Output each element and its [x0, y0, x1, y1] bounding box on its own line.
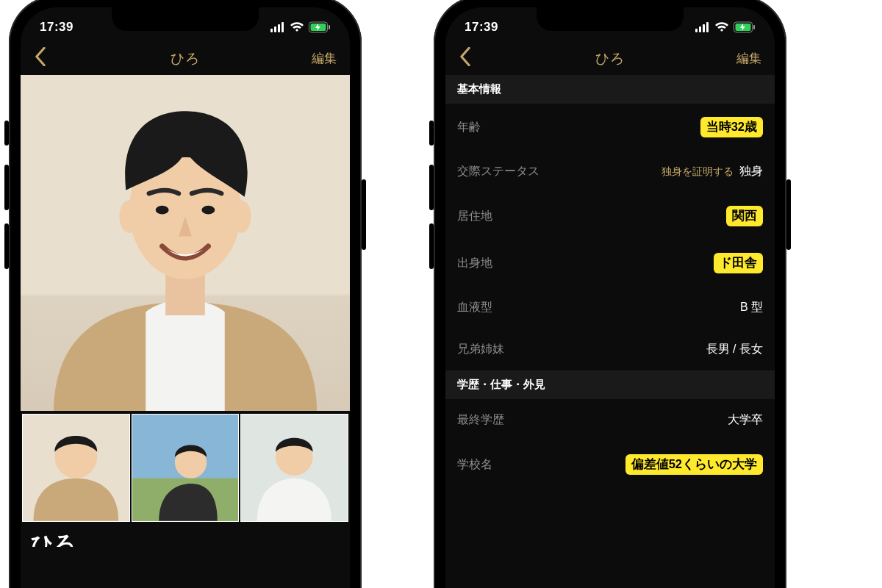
svg-rect-1: [274, 26, 276, 32]
phone-power-btn: [786, 179, 791, 250]
screen-right: 17:39: [445, 7, 775, 588]
row-relationship-status[interactable]: 交際ステータス 独身を証明する 独身: [445, 151, 775, 193]
row-value: 独身: [739, 164, 763, 179]
row-label: 兄弟姉妹: [457, 342, 504, 357]
phone-mockup-left: 17:39: [9, 0, 362, 588]
edit-button[interactable]: 編集: [736, 50, 761, 67]
row-hometown[interactable]: 出身地 ド田舎: [445, 240, 775, 287]
wifi-icon: [714, 22, 729, 32]
svg-rect-0: [270, 29, 273, 32]
svg-point-10: [232, 200, 251, 233]
profile-name-truncated: ひろ: [21, 529, 350, 547]
notch: [537, 7, 684, 31]
svg-point-11: [156, 206, 169, 215]
row-final-education[interactable]: 最終学歴 大学卒: [445, 399, 775, 441]
phone-volume-up: [429, 165, 434, 210]
battery-charging-icon: [309, 21, 331, 33]
status-time: 17:39: [40, 20, 74, 35]
phone-volume-mute: [4, 121, 9, 146]
phone-power-btn: [362, 179, 366, 250]
nav-bar: ひろ 編集: [21, 41, 350, 75]
row-value-highlight: 偏差値52くらいの大学: [625, 454, 763, 475]
row-label: 交際ステータス: [457, 164, 539, 179]
row-siblings[interactable]: 兄弟姉妹 長男 / 長女: [445, 329, 775, 370]
row-label: 出身地: [457, 256, 492, 271]
row-label: 学校名: [457, 457, 492, 473]
row-school-name[interactable]: 学校名 偏差値52くらいの大学: [445, 441, 775, 488]
row-label: 血液型: [457, 300, 492, 315]
status-icons: [695, 21, 756, 33]
photo-thumbnail-2[interactable]: [132, 414, 240, 522]
svg-rect-22: [706, 22, 709, 32]
wifi-icon: [290, 22, 304, 32]
svg-rect-19: [695, 29, 698, 32]
row-value-highlight: ド田舎: [714, 253, 763, 273]
edit-button[interactable]: 編集: [312, 50, 337, 67]
profile-person-illustration: [21, 75, 350, 411]
nav-title: ひろ: [21, 49, 350, 68]
row-age[interactable]: 年齢 当時32歳: [445, 104, 775, 151]
svg-point-12: [201, 206, 215, 215]
svg-rect-2: [278, 24, 280, 32]
photo-thumbnail-strip: [21, 411, 350, 522]
row-label: 年齢: [457, 120, 481, 135]
nav-bar: ひろ 編集: [445, 41, 775, 75]
status-icons: [270, 21, 331, 33]
section-header-basic: 基本情報: [445, 75, 775, 104]
row-value-highlight: 当時32歳: [700, 117, 763, 137]
row-label: 居住地: [457, 209, 492, 224]
photo-thumbnail-3[interactable]: [240, 414, 348, 522]
row-blood-type[interactable]: 血液型 B 型: [445, 287, 775, 329]
status-time: 17:39: [465, 20, 498, 35]
svg-rect-20: [699, 26, 701, 32]
svg-rect-3: [282, 22, 284, 32]
phone-mockup-right: 17:39: [434, 0, 786, 588]
profile-photo-main[interactable]: [21, 75, 350, 411]
row-label: 最終学歴: [457, 412, 504, 428]
row-value: 長男 / 長女: [706, 342, 763, 357]
section-header-edu: 学歴・仕事・外見: [445, 370, 775, 399]
battery-charging-icon: [734, 21, 756, 33]
notch: [112, 7, 259, 31]
nav-title: ひろ: [445, 49, 775, 68]
screen-left: 17:39: [21, 7, 350, 588]
verify-single-link[interactable]: 独身を証明する: [662, 165, 734, 179]
svg-rect-6: [329, 25, 330, 29]
cellular-signal-icon: [270, 22, 285, 32]
cellular-signal-icon: [695, 22, 710, 32]
row-value: 大学卒: [728, 412, 763, 428]
phone-volume-down: [429, 223, 434, 269]
svg-rect-21: [703, 24, 705, 32]
row-residence[interactable]: 居住地 関西: [445, 193, 775, 240]
phone-volume-up: [4, 165, 9, 210]
phone-volume-down: [4, 223, 9, 269]
phone-volume-mute: [429, 121, 434, 146]
svg-point-9: [119, 200, 139, 233]
photo-thumbnail-1[interactable]: [22, 414, 130, 522]
row-value: B 型: [740, 300, 763, 315]
row-value-highlight: 関西: [726, 206, 763, 226]
svg-rect-25: [753, 25, 755, 29]
